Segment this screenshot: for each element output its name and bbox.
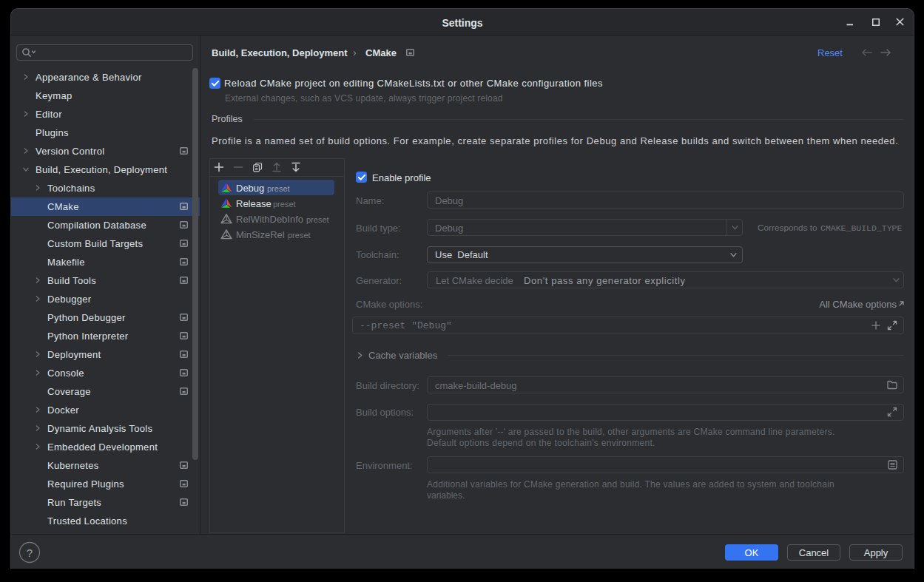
svg-text:?: ?: [27, 547, 33, 559]
